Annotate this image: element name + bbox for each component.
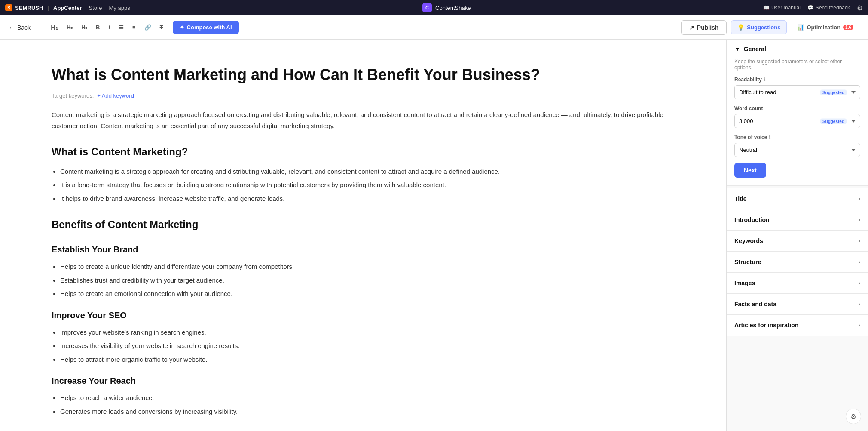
article-body[interactable]: Content marketing is a strategic marketi… (52, 109, 675, 417)
h2-button[interactable]: H₂ (64, 22, 75, 32)
semrush-logo-icon: S (5, 4, 12, 11)
strikethrough-button[interactable]: T (157, 22, 166, 32)
add-keyword-button[interactable]: + Add keyword (97, 92, 134, 99)
tone-info-icon[interactable]: ℹ (769, 135, 770, 140)
toolbar-right: ↗ Publish 💡 Suggestions 📊 Optimization 1… (681, 20, 859, 35)
list-item: Helps to create an emotional connection … (60, 288, 675, 299)
keywords-section[interactable]: Keywords › (727, 231, 868, 252)
bottom-settings-gear[interactable]: ⚙ (846, 409, 861, 424)
top-nav-center: C ContentShake (137, 3, 756, 12)
images-section-label: Images (734, 280, 755, 286)
article-intro: Content marketing is a strategic marketi… (52, 109, 675, 131)
bullet-list-icon: ☰ (119, 24, 124, 31)
introduction-section[interactable]: Introduction › (727, 209, 868, 231)
message-icon: 💬 (807, 5, 814, 11)
my-apps-link[interactable]: My apps (109, 5, 130, 11)
introduction-chevron-icon: › (859, 217, 860, 223)
publish-button[interactable]: ↗ Publish (681, 20, 727, 35)
title-section-label: Title (734, 195, 747, 202)
list-item: Content marketing is a strategic approac… (60, 166, 675, 177)
section-1-list: Content marketing is a strategic approac… (52, 166, 675, 204)
logo-divider: | (47, 5, 49, 11)
word-count-label: Word count (734, 105, 860, 111)
top-navigation: S SEMRUSH | AppCenter Store My apps C Co… (0, 0, 868, 15)
list-item: Helps to create a unique identity and di… (60, 261, 675, 272)
section-heading-3: Establish Your Brand (52, 242, 675, 257)
h3-button[interactable]: H₃ (79, 23, 90, 32)
general-section: ▼ General Keep the suggested parameters … (727, 40, 868, 186)
structure-section[interactable]: Structure › (727, 252, 868, 273)
structure-chevron-icon: › (859, 259, 860, 265)
numbered-list-button[interactable]: ≡ (130, 22, 138, 32)
back-button[interactable]: ← Back (9, 24, 31, 31)
section-heading-5: Increase Your Reach (52, 373, 675, 388)
book-icon: 📖 (763, 5, 770, 11)
top-nav-right: 📖 User manual 💬 Send feedback ⚙ (763, 4, 863, 12)
target-keywords-row: Target keywords: + Add keyword (52, 92, 675, 99)
app-icon: C (422, 3, 432, 12)
list-item: Establishes trust and credibility with y… (60, 275, 675, 286)
list-item: It helps to drive brand awareness, incre… (60, 193, 675, 204)
section-heading-2: Benefits of Content Marketing (52, 216, 675, 234)
facts-data-section[interactable]: Facts and data › (727, 294, 868, 315)
tone-select[interactable]: Neutral Formal Informal (734, 143, 860, 157)
title-chevron-icon: › (859, 196, 860, 202)
articles-inspiration-chevron-icon: › (859, 322, 860, 328)
word-count-group: Word count 3,000 1,000 2,000 4,000 Sugge… (734, 105, 860, 128)
numbered-list-icon: ≡ (132, 24, 136, 31)
list-item: Generates more leads and conversions by … (60, 406, 675, 417)
editor-area[interactable]: What is Content Marketing and How Can It… (0, 40, 726, 431)
next-button[interactable]: Next (734, 163, 766, 178)
general-section-title: General (744, 46, 766, 52)
list-item: Increases the visibility of your website… (60, 340, 675, 351)
back-arrow-icon: ← (9, 24, 15, 31)
bold-button[interactable]: B (93, 22, 102, 32)
section-heading-4: Improve Your SEO (52, 308, 675, 323)
publish-icon: ↗ (689, 24, 694, 31)
link-icon: 🔗 (144, 24, 151, 31)
readability-info-icon[interactable]: ℹ (764, 77, 765, 83)
readability-label: Readability ℹ (734, 77, 860, 83)
section-5-list: Helps to reach a wider audience. Generat… (52, 392, 675, 417)
appcenter-label: AppCenter (53, 5, 82, 11)
tone-of-voice-group: Tone of voice ℹ Neutral Formal Informal (734, 134, 860, 157)
articles-inspiration-section[interactable]: Articles for inspiration › (727, 315, 868, 336)
user-manual-link[interactable]: 📖 User manual (763, 5, 801, 11)
h1-button[interactable]: H₁ (48, 22, 61, 33)
optimization-badge: 1.6 (843, 25, 853, 30)
suggestions-tab[interactable]: 💡 Suggestions (731, 20, 787, 34)
compose-with-ai-button[interactable]: ✦ Compose with AI (173, 21, 239, 34)
images-chevron-icon: › (859, 280, 860, 286)
lightbulb-icon: 💡 (737, 24, 744, 31)
general-section-body: Keep the suggested parameters or select … (727, 58, 868, 185)
settings-gear-icon[interactable]: ⚙ (857, 4, 863, 12)
section-4-list: Improves your website's ranking in searc… (52, 327, 675, 365)
readability-select-wrapper: Difficult to read Easy to read Standard … (734, 85, 860, 99)
readability-select[interactable]: Difficult to read Easy to read Standard (734, 85, 860, 99)
italic-button[interactable]: I (106, 22, 113, 32)
list-item: Improves your website's ranking in searc… (60, 327, 675, 338)
main-layout: What is Content Marketing and How Can It… (0, 40, 868, 431)
general-section-header[interactable]: ▼ General (727, 40, 868, 58)
semrush-logo: S SEMRUSH | AppCenter (5, 4, 82, 11)
word-count-select[interactable]: 3,000 1,000 2,000 4,000 (734, 114, 860, 128)
word-count-select-wrapper: 3,000 1,000 2,000 4,000 Suggested (734, 114, 860, 128)
semrush-text: SEMRUSH (15, 5, 43, 11)
section-3-list: Helps to create a unique identity and di… (52, 261, 675, 299)
title-section[interactable]: Title › (727, 188, 868, 209)
chevron-down-icon: ▼ (734, 46, 740, 52)
list-item: Helps to attract more organic traffic to… (60, 354, 675, 365)
optimization-tab[interactable]: 📊 Optimization 1.6 (791, 21, 859, 34)
keywords-chevron-icon: › (859, 238, 860, 244)
introduction-section-label: Introduction (734, 216, 770, 223)
toolbar: ← Back H₁ H₂ H₃ B I ☰ ≡ 🔗 T ✦ Compose wi… (0, 15, 868, 40)
articles-inspiration-section-label: Articles for inspiration (734, 322, 798, 329)
tone-label: Tone of voice ℹ (734, 134, 860, 140)
store-link[interactable]: Store (89, 5, 102, 11)
keywords-section-label: Keywords (734, 237, 763, 244)
app-name: ContentShake (435, 5, 471, 11)
images-section[interactable]: Images › (727, 273, 868, 294)
send-feedback-link[interactable]: 💬 Send feedback (807, 5, 850, 11)
bullet-list-button[interactable]: ☰ (116, 22, 126, 32)
link-button[interactable]: 🔗 (142, 22, 154, 32)
